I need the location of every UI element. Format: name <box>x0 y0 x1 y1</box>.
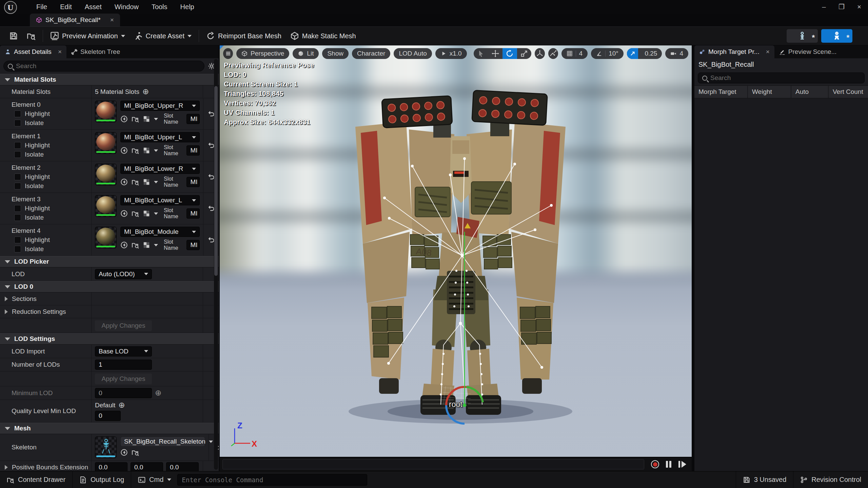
material-thumbnail[interactable] <box>95 195 117 217</box>
morph-table-body[interactable] <box>694 98 868 471</box>
browse-to-asset-icon[interactable] <box>132 147 139 154</box>
create-asset-button[interactable]: Create Asset <box>130 29 196 43</box>
browse-to-asset-button[interactable] <box>22 29 40 43</box>
apply-changes-button[interactable]: Apply Changes <box>95 373 152 384</box>
column-weight[interactable]: Weight <box>748 86 791 98</box>
slot-name-input[interactable]: MI <box>186 145 200 156</box>
console-input[interactable] <box>182 476 363 484</box>
chevron-down-icon[interactable] <box>154 181 158 183</box>
preview-animation-button[interactable]: Preview Animation <box>46 29 130 43</box>
camera-speed-button[interactable]: 0.25 <box>627 48 662 59</box>
highlight-checkbox[interactable] <box>14 237 21 243</box>
scale-tool-button[interactable] <box>517 48 532 59</box>
use-selected-asset-icon[interactable] <box>120 449 128 456</box>
material-select[interactable]: MI_BigBot_Module <box>120 227 200 237</box>
lod-import-select[interactable]: Base LOD <box>95 346 152 357</box>
chevron-down-icon[interactable] <box>154 118 158 120</box>
column-auto[interactable]: Auto <box>791 86 829 98</box>
material-select[interactable]: MI_BigBot_Upper_R <box>120 101 200 111</box>
content-drawer-button[interactable]: Content Drawer <box>0 471 72 488</box>
slot-name-input[interactable]: MI <box>186 208 200 219</box>
rotate-tool-button[interactable] <box>502 48 517 59</box>
camera-settings-button[interactable]: 4 <box>665 48 688 59</box>
revision-control-button[interactable]: Revision Control <box>793 471 868 488</box>
browse-to-asset-icon[interactable] <box>132 115 139 123</box>
highlight-checkbox[interactable] <box>14 110 21 117</box>
viewport-options-button[interactable] <box>223 48 233 59</box>
tab-skeleton-tree[interactable]: Skeleton Tree <box>66 45 125 58</box>
select-tool-button[interactable] <box>474 48 488 59</box>
coordinate-space-button[interactable] <box>535 48 545 59</box>
unsaved-button[interactable]: 3 Unsaved <box>736 471 793 488</box>
asset-tab[interactable]: SK_BigBot_Recall* × <box>30 14 120 26</box>
tab-asset-details[interactable]: Asset Details × <box>0 45 66 58</box>
isolate-checkbox[interactable] <box>14 246 21 252</box>
slot-name-input[interactable]: MI <box>186 177 200 187</box>
show-button[interactable]: Show <box>322 48 349 59</box>
lod-select[interactable]: Auto (LOD0) <box>95 269 152 279</box>
browse-to-asset-icon[interactable] <box>132 210 139 217</box>
use-selected-asset-icon[interactable] <box>120 210 128 217</box>
quality-min-lod-input[interactable]: 0 <box>95 411 121 421</box>
skeleton-asset-button[interactable]: * <box>787 29 818 43</box>
make-static-mesh-button[interactable]: Make Static Mesh <box>286 29 360 43</box>
slot-name-input[interactable]: MI <box>186 114 200 124</box>
browse-to-asset-icon[interactable] <box>132 241 139 249</box>
bounds-x-input[interactable]: 0.0 <box>95 462 127 471</box>
expand-arrow-icon[interactable] <box>5 297 8 301</box>
material-thumbnail[interactable] <box>95 227 117 248</box>
material-select[interactable]: MI_BigBot_Lower_L <box>120 195 200 205</box>
tab-morph-target-preview[interactable]: Morph Target Pr... × <box>694 45 774 58</box>
isolate-checkbox[interactable] <box>14 151 21 158</box>
section-material-slots[interactable]: Material Slots <box>0 74 219 85</box>
step-forward-button[interactable] <box>675 459 689 470</box>
material-thumbnail[interactable] <box>95 101 117 122</box>
browse-to-asset-icon[interactable] <box>132 178 139 186</box>
isolate-checkbox[interactable] <box>14 183 21 189</box>
section-mesh[interactable]: Mesh <box>0 423 219 434</box>
material-select[interactable]: MI_BigBot_Lower_R <box>120 164 200 174</box>
browse-to-asset-icon[interactable] <box>132 449 139 456</box>
skeletal-mesh-asset-button[interactable]: * <box>821 29 852 43</box>
skeleton-select[interactable]: SK_BigBot_Recall_Skeleton <box>120 436 205 447</box>
sections-row[interactable]: Sections <box>0 292 219 305</box>
add-quality-override-icon[interactable]: ⊕ <box>118 401 125 409</box>
tab-close-icon[interactable]: × <box>58 48 62 56</box>
character-button[interactable]: Character <box>352 48 390 59</box>
perspective-button[interactable]: Perspective <box>236 48 289 59</box>
chevron-down-icon[interactable] <box>154 244 158 246</box>
highlight-checkbox[interactable] <box>14 205 21 212</box>
minimum-lod-input[interactable]: 0 <box>95 388 152 398</box>
record-button[interactable] <box>648 459 662 470</box>
use-selected-asset-icon[interactable] <box>120 115 128 123</box>
viewport-3d[interactable]: A08 <box>220 45 692 457</box>
section-lod-picker[interactable]: LOD Picker <box>0 256 219 267</box>
menu-help[interactable]: Help <box>174 0 201 14</box>
chevron-down-icon[interactable] <box>154 212 158 215</box>
timeline-track[interactable] <box>222 459 644 469</box>
tab-close-icon[interactable]: × <box>110 16 114 24</box>
column-vert-count[interactable]: Vert Count <box>829 86 868 98</box>
close-button[interactable]: × <box>850 0 868 14</box>
use-selected-asset-icon[interactable] <box>120 147 128 154</box>
tab-close-icon[interactable]: × <box>766 48 770 56</box>
menu-edit[interactable]: Edit <box>54 0 78 14</box>
grid-snap-button[interactable]: 4 <box>561 48 588 59</box>
playback-speed-button[interactable]: x1.0 <box>435 48 467 59</box>
tab-preview-scene-settings[interactable]: Preview Scene... <box>774 45 842 58</box>
use-selected-asset-icon[interactable] <box>120 178 128 186</box>
highlight-checkbox[interactable] <box>14 174 21 180</box>
number-of-lods-input[interactable]: 1 <box>95 360 152 370</box>
material-picker-icon[interactable] <box>143 147 150 154</box>
isolate-checkbox[interactable] <box>14 120 21 126</box>
output-log-button[interactable]: Output Log <box>73 471 131 488</box>
material-picker-icon[interactable] <box>143 241 150 249</box>
lit-mode-button[interactable]: Lit <box>293 48 319 59</box>
details-scrollbar[interactable] <box>214 59 218 470</box>
save-button[interactable] <box>5 29 22 43</box>
apply-changes-button[interactable]: Apply Changes <box>95 320 152 331</box>
pause-button[interactable] <box>662 459 675 470</box>
scrollbar-thumb[interactable] <box>214 86 218 276</box>
rotation-snap-button[interactable]: 10° <box>591 48 624 59</box>
bounds-z-input[interactable]: 0.0 <box>166 462 199 471</box>
